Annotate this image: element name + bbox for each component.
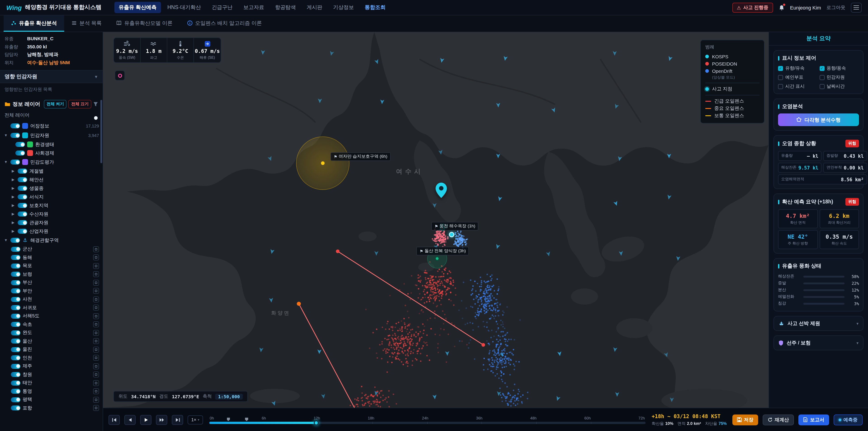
tab-boom-algorithm-theory[interactable]: 오일펜스 배치 알고리즘 이론 — [180, 16, 269, 32]
district-row[interactable]: 평택 — [4, 396, 99, 404]
display-option-checkbox[interactable]: 민감자원 — [819, 74, 859, 81]
wetland-label[interactable]: ⚑여자만 습지보호구역 (6h) — [331, 152, 391, 161]
district-row[interactable]: 부안 — [4, 287, 99, 295]
oil-fence-line[interactable] — [338, 251, 483, 345]
district-zoom-button[interactable] — [93, 280, 99, 286]
district-zoom-button[interactable] — [93, 321, 99, 328]
nav-menu-item[interactable]: 유출유 확산예측 — [114, 2, 161, 13]
expand-icon[interactable]: ▼ — [4, 133, 8, 137]
district-row[interactable]: 부산 — [4, 278, 99, 287]
layer-toggle[interactable] — [11, 247, 20, 252]
sensitivity-sub-row[interactable]: ▶ 해안선 — [4, 175, 99, 184]
district-zoom-button[interactable] — [93, 330, 99, 336]
layer-toggle[interactable] — [11, 322, 20, 327]
owner-insurance-section[interactable]: 선주 / 보험 ▾ — [774, 335, 864, 350]
playback-speed-selector[interactable]: 1×▾ — [188, 415, 203, 424]
layer-toggle[interactable] — [18, 212, 27, 217]
fence-deploy-marker[interactable] — [245, 418, 248, 421]
expand-icon[interactable]: ▶ — [11, 212, 16, 216]
layer-toggle[interactable] — [11, 397, 20, 402]
layer-toggle[interactable] — [18, 220, 27, 225]
layer-toggle[interactable] — [11, 339, 20, 344]
layer-toggle[interactable] — [10, 123, 20, 128]
district-row[interactable]: 울산 — [4, 337, 99, 345]
district-row[interactable]: 통영 — [4, 387, 99, 396]
display-option-checkbox[interactable]: 시간 표시 — [778, 83, 817, 90]
district-zoom-button[interactable] — [93, 338, 99, 344]
layer-toggle[interactable] — [16, 142, 25, 147]
play-button[interactable] — [140, 415, 151, 425]
fence-endpoint[interactable] — [297, 302, 301, 306]
expand-icon[interactable]: ▶ — [11, 229, 16, 233]
skip-end-button[interactable] — [172, 415, 183, 425]
district-row[interactable]: 동해 — [4, 253, 99, 262]
layer-toggle[interactable] — [18, 168, 27, 174]
district-row[interactable]: 목포 — [4, 262, 99, 270]
nav-menu-item[interactable]: 통합조회 — [360, 2, 390, 13]
layer-toggle[interactable] — [11, 272, 20, 277]
layer-toggle[interactable] — [11, 347, 20, 352]
beach-label[interactable]: ⚑웅천 해수욕장 (1h) — [431, 222, 478, 230]
layer-toggle[interactable] — [16, 151, 25, 155]
district-row[interactable]: 서해5도 — [4, 312, 99, 320]
expand-icon[interactable]: ▶ — [11, 186, 16, 190]
district-zoom-button[interactable] — [93, 255, 99, 260]
nav-menu-item[interactable]: 항공탐색 — [271, 2, 301, 13]
fence-endpoint[interactable] — [482, 343, 485, 347]
expand-icon[interactable]: ▶ — [11, 204, 16, 208]
layer-toggle[interactable] — [11, 305, 20, 310]
nav-menu-item[interactable]: 긴급구난 — [207, 2, 237, 13]
layer-row-socioeconomic[interactable]: 사회경제 — [4, 149, 99, 157]
layer-toggle[interactable] — [11, 280, 20, 285]
layer-row-fisheries[interactable]: 어장정보 17,129 — [4, 121, 99, 131]
nav-menu-item[interactable]: 게시판 — [302, 2, 327, 13]
beach-marker[interactable] — [449, 232, 454, 237]
sensitivity-sub-row[interactable]: ▶ 보호지역 — [4, 201, 99, 210]
district-row[interactable]: 사천 — [4, 295, 99, 304]
display-option-checkbox[interactable]: 유향/유속 — [778, 65, 817, 71]
nav-menu-item[interactable]: HNS·대기확산 — [163, 2, 206, 13]
layer-toggle[interactable] — [18, 186, 27, 191]
expand-icon[interactable]: ▶ — [11, 221, 16, 225]
sensitivity-sub-row[interactable]: ▶ 수산자원 — [4, 210, 99, 218]
layer-toggle[interactable] — [11, 364, 20, 369]
map-canvas[interactable]: ⚑여자만 습지보호구역 (6h) ⚑웅천 해수욕장 (1h) ⚑돌산 전복 양식… — [103, 32, 769, 408]
layer-row-kcg-districts[interactable]: ▼ ⚓ 해경관할구역 — [4, 236, 99, 245]
layer-toggle[interactable] — [10, 160, 20, 164]
abalone-farm-label[interactable]: ⚑돌산 전복 양식장 (3h) — [416, 247, 469, 255]
district-zoom-button[interactable] — [93, 313, 99, 319]
timeline-handle[interactable] — [313, 420, 318, 425]
district-row[interactable]: 포항 — [4, 404, 99, 412]
district-zoom-button[interactable] — [93, 380, 99, 386]
logo[interactable]: Wing 해양환경 위기대응 통합시스템 — [6, 4, 101, 11]
district-row[interactable]: 인천 — [4, 354, 99, 362]
user-name[interactable]: Eunjeong Kim — [790, 5, 821, 10]
abalone-farm-marker[interactable] — [435, 256, 439, 261]
layer-toggle[interactable] — [11, 297, 20, 302]
layer-toggle[interactable] — [11, 372, 20, 377]
layer-row-sensitive-resources[interactable]: ▼ 민감자원 3,947 — [4, 131, 99, 140]
incident-location-pin[interactable] — [435, 183, 447, 198]
polygon-analysis-button[interactable]: 다각형 분석수행 — [778, 114, 859, 126]
district-row[interactable]: 군산 — [4, 245, 99, 253]
logout-button[interactable]: 로그아웃 — [827, 4, 845, 11]
all-layers-on-button[interactable]: 전체 켜기 — [44, 100, 67, 109]
display-option-checkbox[interactable]: 날짜시간 — [819, 83, 859, 90]
layer-toggle[interactable] — [18, 177, 27, 182]
vessel-specs-section[interactable]: 사고 선박 제원 ▾ — [774, 316, 864, 331]
display-option-checkbox[interactable]: 풍향/풍속 — [819, 65, 859, 71]
district-row[interactable]: 보령 — [4, 270, 99, 278]
oil-fence-line[interactable] — [299, 304, 354, 408]
tab-analysis-list[interactable]: 분석 목록 — [64, 16, 109, 32]
district-zoom-button[interactable] — [93, 347, 99, 352]
layer-toggle[interactable] — [11, 314, 20, 319]
district-row[interactable]: 제주 — [4, 362, 99, 370]
district-zoom-button[interactable] — [93, 305, 99, 311]
district-row[interactable]: 태안 — [4, 379, 99, 387]
all-layers-off-button[interactable]: 전체 끄기 — [68, 100, 91, 109]
district-zoom-button[interactable] — [93, 355, 99, 361]
district-zoom-button[interactable] — [93, 372, 99, 378]
layer-toggle[interactable] — [11, 406, 20, 411]
expand-icon[interactable]: ▼ — [4, 238, 8, 242]
tab-model-theory[interactable]: 유출유확산모델 이론 — [109, 16, 180, 32]
